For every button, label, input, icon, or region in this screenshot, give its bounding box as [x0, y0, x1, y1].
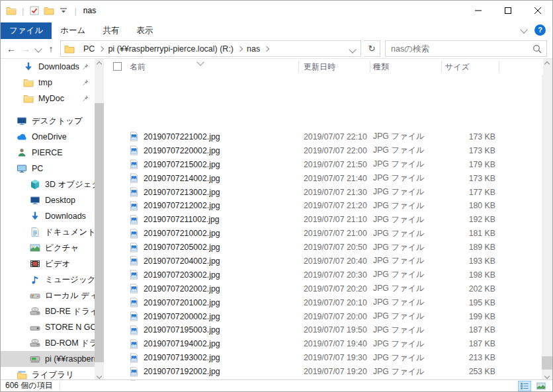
- jpg-file-icon: [128, 297, 139, 308]
- properties-check-icon[interactable]: [29, 5, 40, 16]
- expand-ribbon-icon[interactable]: [520, 26, 527, 33]
- file-row[interactable]: 20190707212002.jpg2019/07/07 21:20JPG ファ…: [108, 199, 543, 213]
- breadcrumb-chevron-icon[interactable]: [264, 46, 269, 51]
- breadcrumb-segment[interactable]: pi (¥¥raspberrypi-pierce.local) (R:): [103, 44, 238, 54]
- search-icon[interactable]: [532, 44, 542, 54]
- recent-locations-icon[interactable]: [34, 42, 43, 56]
- file-size: 173 KB: [443, 174, 495, 183]
- sidebar-item[interactable]: デスクトップ: [1, 113, 95, 129]
- sidebar-item[interactable]: 3D オブジェクト: [1, 176, 95, 192]
- sidebar-item[interactable]: pi (¥¥raspberry: [1, 351, 95, 367]
- sidebar-item[interactable]: Desktop: [1, 192, 95, 208]
- up-button[interactable]: ↑: [44, 42, 58, 56]
- breadcrumb-segment[interactable]: nas: [242, 44, 265, 54]
- sidebar-item[interactable]: ビデオ: [1, 256, 95, 272]
- select-all-checkbox[interactable]: [113, 62, 122, 71]
- file-size: 180 KB: [443, 201, 495, 210]
- scroll-up-icon[interactable]: [542, 59, 552, 69]
- file-row[interactable]: 20190707200002.jpg2019/07/07 20:00JPG ファ…: [108, 309, 543, 323]
- sidebar-item[interactable]: PC: [1, 161, 95, 176]
- file-row[interactable]: 20190707214002.jpg2019/07/07 21:40JPG ファ…: [108, 171, 543, 185]
- help-icon[interactable]: ?: [534, 24, 546, 36]
- sort-direction-icon[interactable]: [196, 59, 204, 66]
- file-row[interactable]: 20190707205002.jpg2019/07/07 20:50JPG ファ…: [108, 241, 543, 255]
- sidebar-item[interactable]: OneDrive: [1, 129, 95, 145]
- file-row[interactable]: 20190707213002.jpg2019/07/07 21:30JPG ファ…: [108, 185, 543, 199]
- qat-customize-icon[interactable]: [58, 5, 69, 16]
- pc-icon: [17, 163, 27, 174]
- column-divider[interactable]: [298, 61, 299, 73]
- file-size: 193 KB: [443, 256, 495, 266]
- sidebar-item[interactable]: MyDoc: [1, 91, 95, 106]
- file-row[interactable]: 20190707195003.jpg2019/07/07 19:50JPG ファ…: [108, 323, 543, 337]
- scroll-up-icon[interactable]: [95, 59, 104, 69]
- tab-表示[interactable]: 表示: [128, 22, 161, 39]
- sidebar-item[interactable]: ミュージック: [1, 272, 95, 288]
- column-divider[interactable]: [370, 61, 370, 73]
- file-row[interactable]: 20190707193002.jpg2019/07/07 19:30JPG ファ…: [108, 351, 543, 365]
- file-row[interactable]: 20190707191002.jpg2019/07/07 19:10JPG ファ…: [108, 379, 543, 381]
- file-row[interactable]: 20190707192002.jpg2019/07/07 19:20JPG ファ…: [108, 365, 543, 379]
- column-type[interactable]: 種類: [373, 61, 389, 73]
- sidebar-item[interactable]: STORE N GO (E: [1, 319, 95, 335]
- maximize-button[interactable]: [493, 1, 523, 20]
- column-name[interactable]: 名前: [130, 61, 146, 73]
- sidebar-scrollbar[interactable]: [95, 59, 104, 381]
- sidebar-item[interactable]: Downloads: [1, 208, 95, 224]
- tab-ファイル[interactable]: ファイル: [1, 22, 52, 39]
- sidebar-item[interactable]: Downloads: [1, 59, 95, 75]
- column-divider[interactable]: [441, 61, 442, 73]
- file-row[interactable]: 20190707201002.jpg2019/07/07 20:10JPG ファ…: [108, 295, 543, 309]
- location-folder-icon: [64, 44, 75, 54]
- forward-button[interactable]: →: [19, 42, 32, 56]
- column-size[interactable]: サイズ: [445, 61, 470, 73]
- thumbnail-view-button[interactable]: [534, 381, 548, 391]
- file-row[interactable]: 20190707202002.jpg2019/07/07 20:20JPG ファ…: [108, 282, 543, 295]
- sidebar-item[interactable]: ピクチャ: [1, 240, 95, 256]
- file-name: 20190707204002.jpg: [144, 256, 304, 266]
- tab-ホーム[interactable]: ホーム: [52, 22, 94, 39]
- refresh-button[interactable]: ↻: [364, 40, 380, 57]
- sidebar-item[interactable]: PIERCE: [1, 145, 95, 161]
- breadcrumb-segment[interactable]: PC: [79, 44, 99, 54]
- close-button[interactable]: [523, 1, 552, 20]
- breadcrumb[interactable]: PCpi (¥¥raspberrypi-pierce.local) (R:)na…: [60, 40, 361, 57]
- file-type: JPG ファイル: [373, 311, 439, 322]
- minimize-button[interactable]: [463, 1, 493, 20]
- file-row[interactable]: 20190707210002.jpg2019/07/07 21:00JPG ファ…: [108, 227, 543, 241]
- file-row[interactable]: 20190707203002.jpg2019/07/07 20:30JPG ファ…: [108, 268, 543, 282]
- sidebar-item[interactable]: ドキュメント: [1, 224, 95, 240]
- sidebar-item[interactable]: BD-RE ドライブ (: [1, 303, 95, 319]
- sidebar-scroll-thumb[interactable]: [95, 103, 104, 362]
- file-row[interactable]: 20190707215002.jpg2019/07/07 21:50JPG ファ…: [108, 157, 543, 171]
- file-date: 2019/07/07 19:40: [304, 339, 370, 348]
- file-type: JPG ファイル: [373, 200, 439, 212]
- file-row[interactable]: 20190707221002.jpg2019/07/07 22:10JPG ファ…: [108, 130, 543, 144]
- file-row[interactable]: 20190707220002.jpg2019/07/07 22:00JPG ファ…: [108, 143, 543, 157]
- column-date[interactable]: 更新日時: [304, 61, 335, 73]
- column-divider[interactable]: [499, 61, 499, 73]
- file-row[interactable]: 20190707204002.jpg2019/07/07 20:40JPG ファ…: [108, 255, 543, 268]
- sidebar-item[interactable]: ライブラリ: [1, 367, 95, 381]
- file-type: JPG ファイル: [373, 173, 439, 184]
- file-date: 2019/07/07 20:40: [304, 256, 370, 266]
- file-name: 20190707212002.jpg: [144, 201, 304, 210]
- address-dropdown-icon[interactable]: [345, 43, 361, 55]
- sidebar-item[interactable]: ローカル ディスク (: [1, 288, 95, 303]
- details-view-button[interactable]: [518, 381, 531, 391]
- file-list-scrollbar[interactable]: [542, 59, 552, 381]
- sidebar-item[interactable]: BD-ROM ドライ: [1, 335, 95, 351]
- music-icon: [30, 274, 40, 285]
- back-button[interactable]: ←: [5, 42, 18, 56]
- search-input[interactable]: [386, 44, 532, 54]
- file-name: 20190707192002.jpg: [144, 367, 304, 376]
- sidebar-item-label: ライブラリ: [32, 370, 95, 381]
- qat-separator: |: [73, 6, 77, 16]
- list-scroll-thumb[interactable]: [542, 356, 552, 370]
- new-folder-icon[interactable]: [44, 5, 54, 16]
- tab-共有[interactable]: 共有: [94, 22, 128, 39]
- sidebar-item[interactable]: tmp: [1, 75, 95, 91]
- address-bar: ← → ↑ PCpi (¥¥raspberrypi-pierce.local) …: [1, 39, 552, 59]
- file-row[interactable]: 20190707194002.jpg2019/07/07 19:40JPG ファ…: [108, 337, 543, 351]
- file-row[interactable]: 20190707211002.jpg2019/07/07 21:10JPG ファ…: [108, 213, 543, 227]
